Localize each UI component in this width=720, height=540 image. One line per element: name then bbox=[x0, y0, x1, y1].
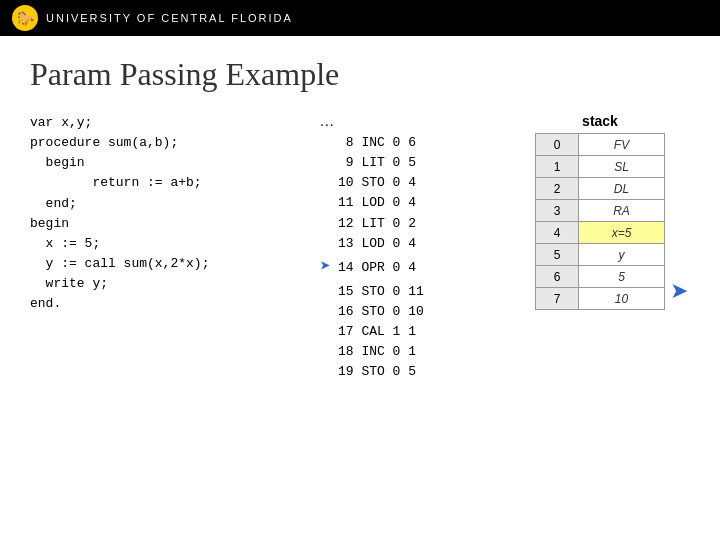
stack-value: 5 bbox=[579, 266, 665, 288]
stack-arrow-indicator: ➤ bbox=[670, 278, 688, 304]
instruction-text: 10 STO 0 4 bbox=[338, 173, 416, 193]
instruction-text: 8 INC 0 6 bbox=[338, 133, 416, 153]
stack-index: 0 bbox=[536, 134, 579, 156]
stack-row: 3RA bbox=[536, 200, 665, 222]
instruction-row: ➤14 OPR 0 4 bbox=[320, 254, 510, 282]
instruction-row: 11 LOD 0 4 bbox=[320, 193, 510, 213]
stack-row: 710 bbox=[536, 288, 665, 310]
stack-value: FV bbox=[579, 134, 665, 156]
stack-row: 4x=5 bbox=[536, 222, 665, 244]
stack-index: 4 bbox=[536, 222, 579, 244]
header-bar: 🐎 UNIVERSITY OF CENTRAL FLORIDA bbox=[0, 0, 720, 36]
instruction-row: 13 LOD 0 4 bbox=[320, 234, 510, 254]
stack-value: SL bbox=[579, 156, 665, 178]
stack-index: 1 bbox=[536, 156, 579, 178]
stack-row: 5y bbox=[536, 244, 665, 266]
instruction-text: 19 STO 0 5 bbox=[338, 362, 416, 382]
instruction-text: 9 LIT 0 5 bbox=[338, 153, 416, 173]
slide-title: Param Passing Example bbox=[30, 56, 690, 93]
stack-row: 2DL bbox=[536, 178, 665, 200]
ucf-logo: 🐎 UNIVERSITY OF CENTRAL FLORIDA bbox=[12, 5, 293, 31]
code-block: var x,y; procedure sum(a,b); begin retur… bbox=[30, 113, 310, 520]
stack-header: stack bbox=[520, 113, 680, 129]
stack-value: y bbox=[579, 244, 665, 266]
instruction-text: 13 LOD 0 4 bbox=[338, 234, 416, 254]
stack-value: DL bbox=[579, 178, 665, 200]
instruction-text: 16 STO 0 10 bbox=[338, 302, 424, 322]
instructions-block: ... 8 INC 0 6 9 LIT 0 5 10 STO 0 4 11 LO… bbox=[310, 113, 510, 520]
instruction-text: 11 LOD 0 4 bbox=[338, 193, 416, 213]
stack-row: 65 bbox=[536, 266, 665, 288]
stack-block: stack 0FV1SL2DL3RA4x=55y65710 ➤ bbox=[520, 113, 680, 520]
instructions-rows: 8 INC 0 6 9 LIT 0 5 10 STO 0 4 11 LOD 0 … bbox=[320, 133, 510, 382]
instruction-text: 17 CAL 1 1 bbox=[338, 322, 416, 342]
instruction-row: 9 LIT 0 5 bbox=[320, 153, 510, 173]
instruction-text: 14 OPR 0 4 bbox=[338, 258, 416, 278]
stack-index: 2 bbox=[536, 178, 579, 200]
stack-value: x=5 bbox=[579, 222, 665, 244]
instruction-text: 18 INC 0 1 bbox=[338, 342, 416, 362]
instruction-row: 18 INC 0 1 bbox=[320, 342, 510, 362]
stack-index: 5 bbox=[536, 244, 579, 266]
stack-value: RA bbox=[579, 200, 665, 222]
instruction-row: 10 STO 0 4 bbox=[320, 173, 510, 193]
arrow-col: ➤ bbox=[320, 254, 338, 282]
instructions-header: ... bbox=[320, 113, 510, 129]
instruction-row: 17 CAL 1 1 bbox=[320, 322, 510, 342]
instruction-row: 19 STO 0 5 bbox=[320, 362, 510, 382]
ucf-knight-icon: 🐎 bbox=[12, 5, 38, 31]
university-name: UNIVERSITY OF CENTRAL FLORIDA bbox=[46, 12, 293, 24]
stack-index: 6 bbox=[536, 266, 579, 288]
main-content: Param Passing Example var x,y; procedure… bbox=[0, 36, 720, 540]
stack-row: 1SL bbox=[536, 156, 665, 178]
instruction-text: 12 LIT 0 2 bbox=[338, 214, 416, 234]
stack-index: 7 bbox=[536, 288, 579, 310]
instruction-row: 16 STO 0 10 bbox=[320, 302, 510, 322]
stack-value: 10 bbox=[579, 288, 665, 310]
instruction-text: 15 STO 0 11 bbox=[338, 282, 424, 302]
instruction-row: 8 INC 0 6 bbox=[320, 133, 510, 153]
stack-row: 0FV bbox=[536, 134, 665, 156]
instruction-row: 15 STO 0 11 bbox=[320, 282, 510, 302]
stack-table: 0FV1SL2DL3RA4x=55y65710 bbox=[535, 133, 665, 310]
content-area: var x,y; procedure sum(a,b); begin retur… bbox=[30, 113, 690, 520]
instruction-row: 12 LIT 0 2 bbox=[320, 214, 510, 234]
stack-index: 3 bbox=[536, 200, 579, 222]
